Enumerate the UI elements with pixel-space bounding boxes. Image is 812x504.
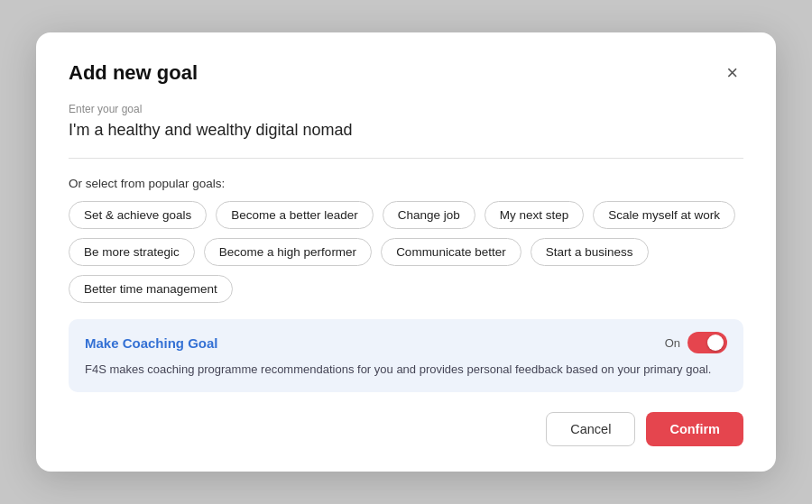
confirm-button[interactable]: Confirm <box>646 412 743 446</box>
goal-text-input[interactable] <box>69 121 743 140</box>
modal-footer: Cancel Confirm <box>69 412 743 446</box>
modal-container: Add new goal × Enter your goal Or select… <box>36 32 776 471</box>
goal-chip[interactable]: Be more strategic <box>69 238 195 266</box>
popular-goals-section: Or select from popular goals: Set & achi… <box>69 177 743 303</box>
coaching-section: Make Coaching Goal On F4S makes coaching… <box>69 319 743 391</box>
input-label: Enter your goal <box>69 103 743 115</box>
goal-chip[interactable]: Scale myself at work <box>593 201 735 229</box>
coaching-header: Make Coaching Goal On <box>85 332 727 353</box>
modal-title: Add new goal <box>69 61 198 85</box>
toggle-container: On <box>665 332 727 353</box>
modal-header: Add new goal × <box>69 61 743 85</box>
goal-chip[interactable]: My next step <box>484 201 585 229</box>
coaching-toggle[interactable] <box>687 332 727 353</box>
goal-chip[interactable]: Start a business <box>531 238 649 266</box>
coaching-title: Make Coaching Goal <box>85 335 218 351</box>
cancel-button[interactable]: Cancel <box>546 412 635 446</box>
popular-goals-label: Or select from popular goals: <box>69 177 743 190</box>
goal-chip[interactable]: Change job <box>383 201 475 229</box>
toggle-label: On <box>665 336 680 350</box>
goal-chip[interactable]: Set & achieve goals <box>69 201 207 229</box>
goal-input-section: Enter your goal <box>69 103 743 159</box>
goal-chip[interactable]: Better time management <box>69 275 233 303</box>
goal-chip[interactable]: Become a high performer <box>204 238 372 266</box>
goals-grid: Set & achieve goalsBecome a better leade… <box>69 201 743 303</box>
coaching-description: F4S makes coaching programme recommendat… <box>85 361 727 379</box>
goal-chip[interactable]: Communicate better <box>381 238 521 266</box>
close-button[interactable]: × <box>721 61 743 85</box>
goal-chip[interactable]: Become a better leader <box>216 201 373 229</box>
page-overlay: Add new goal × Enter your goal Or select… <box>0 0 812 504</box>
